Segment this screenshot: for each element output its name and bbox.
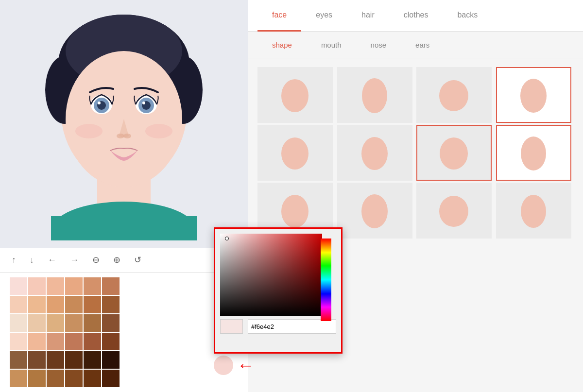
svg-point-58 <box>524 209 530 218</box>
swatch[interactable] <box>47 277 64 295</box>
swatch[interactable] <box>28 277 46 295</box>
svg-point-50 <box>298 208 305 218</box>
swatch[interactable] <box>28 296 46 313</box>
swatch[interactable] <box>65 333 83 350</box>
swatch[interactable] <box>28 351 46 369</box>
swatch[interactable] <box>28 333 46 350</box>
gradient-canvas[interactable] <box>220 234 322 316</box>
svg-point-35 <box>537 93 543 103</box>
swatch[interactable] <box>28 314 46 332</box>
svg-point-21 <box>123 134 131 138</box>
face-shape-cell-1[interactable] <box>257 67 333 123</box>
swatch[interactable] <box>65 370 83 387</box>
svg-point-56 <box>458 208 464 218</box>
left-panel: ↑ ↓ ← → ⊖ ⊕ ↺ <box>0 0 248 392</box>
avatar-container <box>0 0 248 248</box>
face-shape-cell-7[interactable] <box>416 125 492 181</box>
face-shape-cell-2[interactable] <box>337 67 412 123</box>
color-preview-box <box>220 319 243 334</box>
swatch[interactable] <box>65 277 83 295</box>
svg-point-59 <box>537 209 543 218</box>
sub-tabs-bar: shape mouth nose ears <box>248 32 583 58</box>
tab-eyes[interactable]: eyes <box>301 0 347 32</box>
hue-bar[interactable] <box>321 239 331 321</box>
tab-backs[interactable]: backs <box>443 0 492 32</box>
swatch[interactable] <box>102 370 120 387</box>
swatch[interactable] <box>10 370 27 387</box>
color-hex-input[interactable] <box>248 319 336 334</box>
tabs-bar: face eyes hair clothes backs <box>248 0 583 32</box>
svg-point-15 <box>98 102 101 104</box>
face-shape-cell-10[interactable] <box>337 183 412 239</box>
swatch[interactable] <box>84 370 101 387</box>
swatch[interactable] <box>28 370 46 387</box>
swatch[interactable] <box>84 314 101 332</box>
swatch[interactable] <box>47 333 64 350</box>
swatch[interactable] <box>65 296 83 313</box>
color-circle-indicator <box>214 356 233 375</box>
svg-point-38 <box>298 151 305 160</box>
face-shape-grid <box>248 62 583 243</box>
svg-rect-3 <box>51 216 197 240</box>
swatch[interactable] <box>10 296 27 313</box>
svg-point-23 <box>145 124 172 138</box>
swatch[interactable] <box>47 370 64 387</box>
subtab-ears[interactable]: ears <box>401 32 444 58</box>
move-up-button[interactable]: ↑ <box>10 253 18 267</box>
swatch[interactable] <box>84 351 101 369</box>
swatch[interactable] <box>102 296 120 313</box>
face-shape-cell-8[interactable] <box>496 125 571 181</box>
zoom-out-button[interactable]: ⊖ <box>90 253 102 267</box>
face-shape-cell-11[interactable] <box>416 183 492 239</box>
face-shape-cell-12[interactable] <box>496 183 571 239</box>
face-shape-cell-4[interactable] <box>496 67 571 123</box>
move-down-button[interactable]: ↓ <box>28 253 36 267</box>
face-shape-cell-3[interactable] <box>416 67 492 123</box>
swatch[interactable] <box>10 314 27 332</box>
svg-point-41 <box>378 152 384 160</box>
svg-point-44 <box>458 151 464 160</box>
swatch[interactable] <box>102 314 120 332</box>
svg-point-24 <box>281 79 309 112</box>
palette-row-5 <box>10 351 238 369</box>
swatch[interactable] <box>102 351 120 369</box>
subtab-nose[interactable]: nose <box>356 32 401 58</box>
move-left-button[interactable]: ← <box>46 253 58 267</box>
palette-row-1 <box>10 277 238 295</box>
svg-point-25 <box>285 93 292 102</box>
tab-clothes[interactable]: clothes <box>389 0 443 32</box>
tab-face[interactable]: face <box>257 0 301 32</box>
svg-point-43 <box>443 151 450 160</box>
face-shape-cell-6[interactable] <box>337 125 412 181</box>
svg-point-28 <box>365 94 371 103</box>
swatch[interactable] <box>65 314 83 332</box>
swatch[interactable] <box>47 296 64 313</box>
avatar <box>22 7 226 240</box>
swatch[interactable] <box>102 333 120 350</box>
svg-point-34 <box>524 93 530 103</box>
reset-button[interactable]: ↺ <box>132 253 143 267</box>
move-right-button[interactable]: → <box>68 253 81 267</box>
tab-hair[interactable]: hair <box>347 0 389 32</box>
face-shape-cell-5[interactable] <box>257 125 333 181</box>
svg-point-26 <box>298 93 305 102</box>
swatch[interactable] <box>65 351 83 369</box>
subtab-shape[interactable]: shape <box>257 32 307 58</box>
swatch[interactable] <box>84 333 101 350</box>
color-gradient-area[interactable] <box>220 234 322 316</box>
palette-row-3 <box>10 314 238 332</box>
zoom-in-button[interactable]: ⊕ <box>111 253 122 267</box>
subtab-mouth[interactable]: mouth <box>307 32 356 58</box>
svg-point-45 <box>521 136 546 170</box>
svg-point-29 <box>378 94 384 103</box>
swatch[interactable] <box>84 277 101 295</box>
swatch[interactable] <box>10 277 27 295</box>
swatch[interactable] <box>10 333 27 350</box>
swatch[interactable] <box>10 351 27 369</box>
swatch[interactable] <box>84 296 101 313</box>
swatch[interactable] <box>47 314 64 332</box>
swatch[interactable] <box>47 351 64 369</box>
swatch[interactable] <box>102 277 120 295</box>
palette-row-2 <box>10 296 238 313</box>
red-arrow-icon: ← <box>237 357 255 374</box>
